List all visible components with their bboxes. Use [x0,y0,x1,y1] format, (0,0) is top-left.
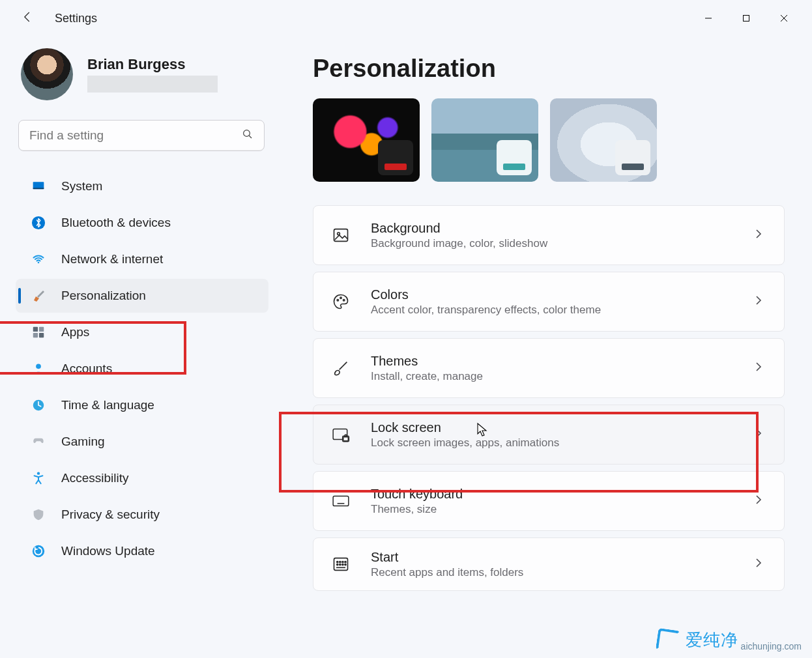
sidebar-item-personalization[interactable]: Personalization [16,279,268,313]
sidebar-item-label: Personalization [61,289,146,303]
chevron-right-icon [755,295,767,308]
svg-point-10 [36,364,41,369]
sidebar-item-label: Gaming [61,435,105,449]
watermark-url: aichunjing.com [741,641,802,651]
chevron-right-icon [755,494,767,508]
nav-list: System Bluetooth & devices Network & int… [16,169,268,568]
card-start[interactable]: StartRecent apps and items, folders [313,537,785,591]
card-title: Lock screen [371,420,736,435]
chevron-right-icon [755,229,767,242]
person-icon [30,360,47,377]
card-themes[interactable]: ThemesInstall, create, manage [313,338,785,398]
theme-previews [313,98,785,182]
search-field[interactable] [29,128,242,143]
sidebar-item-privacy[interactable]: Privacy & security [16,498,268,532]
svg-point-5 [38,262,40,264]
sidebar-item-accounts[interactable]: Accounts [16,352,268,386]
card-background[interactable]: BackgroundBackground image, color, slide… [313,205,785,265]
theme-preview-2[interactable] [431,98,538,182]
card-subtitle: Install, create, manage [371,370,736,383]
svg-point-12 [37,472,40,474]
svg-point-34 [340,561,341,562]
card-colors[interactable]: ColorsAccent color, transparency effects… [313,272,785,332]
sidebar: Brian Burgess System Bluetooth & devices [0,36,280,658]
card-subtitle: Recent apps and items, folders [371,566,736,579]
app-title: Settings [55,12,97,25]
svg-point-37 [337,564,338,565]
settings-list: BackgroundBackground image, color, slide… [313,205,785,591]
svg-rect-8 [33,333,38,337]
picture-icon [330,225,351,246]
window-maximize-button[interactable] [727,5,765,31]
sidebar-item-network[interactable]: Network & internet [16,242,268,276]
window-close-button[interactable] [765,5,803,31]
svg-point-16 [337,300,338,301]
svg-point-36 [345,561,346,562]
card-touch-keyboard[interactable]: Touch keyboardThemes, size [313,471,785,531]
sidebar-item-label: Network & internet [61,252,163,266]
card-title: Colors [371,287,736,302]
lock-screen-icon [330,424,351,445]
card-title: Start [371,550,736,565]
accessibility-icon [30,470,47,487]
brush-icon [330,358,351,379]
window-minimize-button[interactable] [689,5,727,31]
apps-icon [30,324,47,341]
svg-rect-14 [334,229,348,242]
search-input[interactable] [18,120,265,151]
sidebar-item-apps[interactable]: Apps [16,315,268,349]
svg-rect-3 [33,188,44,190]
svg-point-15 [338,233,340,235]
card-subtitle: Background image, color, slideshow [371,237,736,250]
svg-rect-6 [33,327,38,332]
gamepad-icon [30,433,47,450]
svg-rect-0 [744,16,749,21]
palette-icon [330,291,351,312]
svg-point-38 [340,564,341,565]
wifi-icon [30,251,47,268]
user-email-redacted [87,76,218,93]
svg-rect-9 [39,333,44,337]
svg-point-1 [244,130,250,136]
card-subtitle: Lock screen images, apps, animations [371,436,736,450]
sidebar-item-windows-update[interactable]: Windows Update [16,534,268,568]
bluetooth-icon [30,214,47,231]
svg-rect-22 [333,496,349,506]
svg-rect-7 [39,327,44,332]
svg-point-39 [342,564,343,565]
clock-globe-icon [30,397,47,414]
sidebar-item-label: Time & language [61,398,154,412]
sidebar-item-time-language[interactable]: Time & language [16,388,268,422]
chevron-right-icon [755,428,767,441]
update-icon [30,543,47,560]
sidebar-item-accessibility[interactable]: Accessibility [16,461,268,495]
theme-preview-1[interactable] [313,98,420,182]
svg-point-40 [345,564,346,565]
sidebar-item-label: Privacy & security [61,508,160,522]
chevron-right-icon [755,558,767,571]
sidebar-item-label: Apps [61,325,89,339]
sidebar-item-label: Windows Update [61,544,155,558]
card-subtitle: Accent color, transparency effects, colo… [371,304,736,317]
card-title: Touch keyboard [371,487,736,502]
keyboard-icon [330,491,351,511]
card-lock-screen[interactable]: Lock screenLock screen images, apps, ani… [313,405,785,465]
theme-preview-3[interactable] [550,98,657,182]
paintbrush-icon [30,287,47,304]
display-icon [30,178,47,195]
start-icon [330,554,351,575]
sidebar-item-bluetooth[interactable]: Bluetooth & devices [16,206,268,240]
avatar [21,48,73,100]
card-title: Background [371,221,736,236]
user-profile[interactable]: Brian Burgess [16,48,268,100]
user-display-name: Brian Burgess [87,56,218,73]
sidebar-item-gaming[interactable]: Gaming [16,425,268,459]
back-button[interactable] [18,10,36,27]
sidebar-item-label: Accessibility [61,471,128,485]
main-content: Personalization BackgroundBackground ima… [280,36,812,658]
sidebar-item-system[interactable]: System [16,169,268,203]
page-title: Personalization [313,55,785,83]
card-title: Themes [371,354,736,369]
watermark-logo-icon [655,627,680,652]
card-subtitle: Themes, size [371,503,736,516]
